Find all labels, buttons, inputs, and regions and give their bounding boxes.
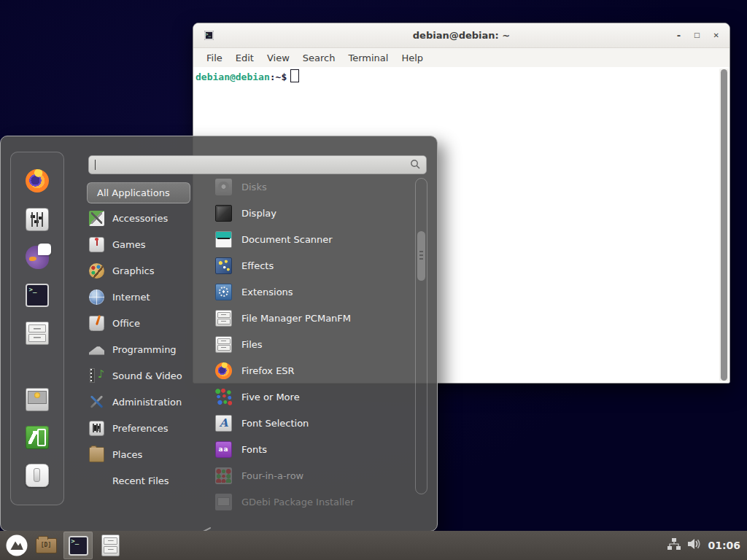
logout-button[interactable]: [26, 426, 49, 449]
shutdown-button[interactable]: [26, 464, 49, 487]
menu-favorites-sidebar: [10, 152, 64, 505]
app-five-or-more[interactable]: Five or More: [207, 384, 414, 410]
app-label: Extensions: [241, 287, 293, 298]
window-title: debian@debian: ~: [193, 30, 729, 41]
category-games[interactable]: Games: [87, 231, 204, 257]
category-internet[interactable]: Internet: [87, 284, 204, 310]
firefox-icon: [215, 362, 232, 379]
category-label: Internet: [112, 292, 150, 303]
app-extensions[interactable]: Extensions: [207, 279, 414, 305]
app-label: Effects: [241, 260, 274, 271]
menu-terminal[interactable]: Terminal: [341, 52, 395, 63]
five-or-more-icon: [215, 389, 232, 405]
category-label: Preferences: [112, 423, 168, 434]
pidgin-messenger-icon: [26, 246, 49, 269]
graphics-icon: [89, 263, 104, 279]
effects-icon: [215, 257, 232, 274]
terminal-titlebar[interactable]: debian@debian: ~ - □ ✕: [193, 23, 729, 48]
start-menu-button[interactable]: [5, 534, 28, 557]
category-sound-video[interactable]: Sound & Video: [87, 362, 204, 389]
category-label: Office: [112, 318, 140, 329]
taskbar-clock[interactable]: 01:06: [708, 540, 740, 551]
app-label: Disks: [241, 182, 267, 192]
app-label: Font Selection: [241, 418, 309, 429]
terminal-scrollbar[interactable]: [719, 69, 729, 381]
document-scanner-icon: [215, 231, 232, 248]
menu-search[interactable]: Search: [296, 52, 342, 63]
app-fonts[interactable]: Fonts: [207, 436, 414, 462]
category-graphics[interactable]: Graphics: [87, 257, 204, 284]
prompt-path: :~$: [270, 71, 287, 82]
taskbar-window-file-manager[interactable]: [31, 532, 61, 559]
app-file-manager-pcmanfm[interactable]: File Manager PCManFM: [207, 305, 414, 331]
category-list: All Applications Accessories Games Graph…: [87, 182, 204, 494]
desktop: debian@debian: ~ - □ ✕ File Edit View Se…: [0, 0, 747, 560]
lock-screen-button[interactable]: [26, 388, 49, 411]
app-label: Display: [241, 208, 276, 219]
menu-edit[interactable]: Edit: [229, 52, 260, 63]
disks-icon: [215, 179, 232, 195]
settings-icon: [26, 208, 49, 231]
category-label: Sound & Video: [112, 370, 182, 381]
app-gdebi-package-installer[interactable]: GDebi Package Installer: [207, 489, 414, 515]
category-places[interactable]: Places: [87, 441, 204, 467]
maximize-button[interactable]: □: [694, 32, 700, 39]
category-programming[interactable]: Programming: [87, 336, 204, 362]
app-effects[interactable]: Effects: [207, 252, 414, 279]
application-menu: All Applications Accessories Games Graph…: [0, 136, 438, 532]
programming-icon: [89, 342, 104, 357]
category-accessories[interactable]: Accessories: [87, 205, 204, 231]
favorite-terminal-button[interactable]: [26, 284, 49, 307]
app-label: Four-in-a-row: [241, 470, 303, 481]
terminal-icon: [69, 536, 88, 556]
app-firefox-esr[interactable]: Firefox ESR: [207, 357, 414, 384]
display-icon: [215, 205, 232, 222]
app-font-selection[interactable]: Font Selection: [207, 410, 414, 436]
category-label: Places: [112, 449, 142, 460]
category-all-applications[interactable]: All Applications: [87, 182, 190, 203]
category-preferences[interactable]: Preferences: [87, 415, 204, 441]
minimize-button[interactable]: -: [677, 31, 681, 40]
app-label: GDebi Package Installer: [241, 497, 355, 508]
taskbar-window-files[interactable]: [96, 532, 125, 559]
app-four-in-a-row[interactable]: Four-in-a-row: [207, 462, 414, 489]
favorite-messenger-button[interactable]: [26, 246, 49, 269]
terminal-icon: [26, 284, 49, 307]
four-in-a-row-icon: [215, 467, 232, 484]
close-button[interactable]: ✕: [713, 32, 719, 39]
category-recent-files[interactable]: Recent Files: [87, 467, 204, 494]
terminal-scrollbar-thumb[interactable]: [721, 69, 727, 381]
category-label: Recent Files: [112, 475, 169, 486]
app-document-scanner[interactable]: Document Scanner: [207, 226, 414, 252]
menu-view[interactable]: View: [260, 52, 296, 63]
office-icon: [89, 316, 104, 331]
app-disks[interactable]: Disks: [207, 174, 414, 200]
network-tray-icon[interactable]: [667, 538, 681, 553]
app-list-scrollbar-thumb[interactable]: [417, 231, 425, 281]
places-icon: [89, 447, 104, 462]
favorite-settings-button[interactable]: [26, 208, 49, 231]
accessories-icon: [89, 211, 104, 226]
app-label: Five or More: [241, 392, 300, 402]
volume-tray-icon[interactable]: [687, 538, 701, 553]
app-list-scrollbar[interactable]: [415, 178, 427, 494]
favorite-file-manager-button[interactable]: [26, 322, 49, 345]
menu-help[interactable]: Help: [395, 52, 430, 63]
fonts-icon: [215, 441, 232, 458]
terminal-cursor: [290, 69, 299, 82]
app-display[interactable]: Display: [207, 200, 414, 226]
favorite-firefox-button[interactable]: [26, 169, 49, 192]
category-label: All Applications: [97, 187, 170, 198]
app-files[interactable]: Files: [207, 331, 414, 357]
menu-file[interactable]: File: [200, 52, 229, 63]
administration-icon: [89, 394, 104, 410]
search-input[interactable]: [88, 155, 427, 174]
category-office[interactable]: Office: [87, 310, 204, 336]
category-administration[interactable]: Administration: [87, 389, 204, 415]
taskbar-window-terminal[interactable]: [63, 532, 93, 559]
app-label: Files: [241, 339, 263, 350]
app-label: Document Scanner: [241, 234, 333, 245]
firefox-icon: [26, 169, 49, 192]
category-label: Programming: [112, 344, 177, 355]
internet-icon: [89, 289, 104, 305]
